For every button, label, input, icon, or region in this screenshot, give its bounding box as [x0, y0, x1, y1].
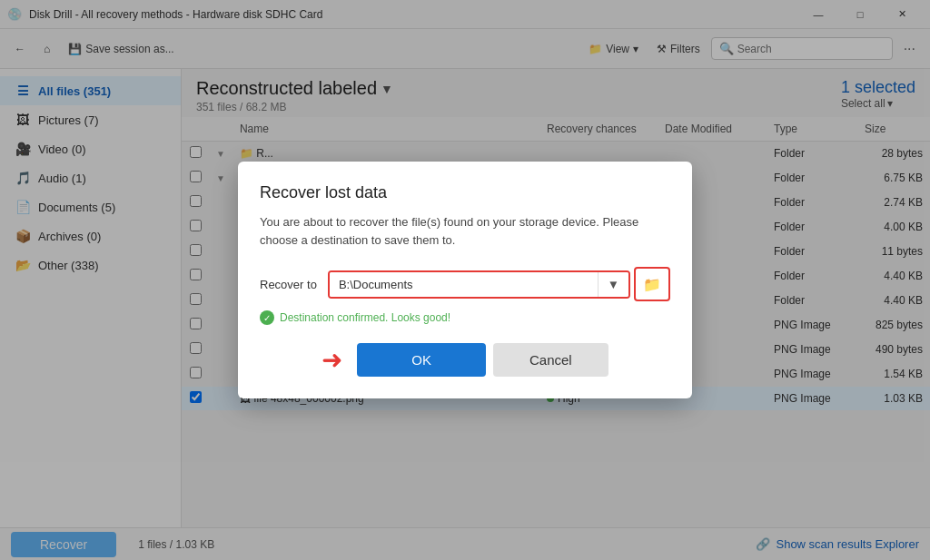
cancel-button[interactable]: Cancel — [493, 343, 608, 377]
ok-button[interactable]: OK — [357, 343, 486, 377]
checkmark-icon: ✓ — [260, 310, 274, 325]
folder-icon: 📁 — [643, 276, 661, 293]
recover-to-field: Recover to ▼ 📁 — [260, 267, 670, 301]
browse-folder-button[interactable]: 📁 — [634, 267, 670, 301]
recover-dialog: Recover lost data You are about to recov… — [238, 162, 692, 398]
dialog-title: Recover lost data — [260, 183, 670, 202]
destination-confirmation: ✓ Destination confirmed. Looks good! — [260, 310, 670, 325]
destination-dropdown-button[interactable]: ▼ — [598, 272, 628, 297]
dialog-description: You are about to recover the file(s) fou… — [260, 213, 670, 249]
dialog-actions: ➜ OK Cancel — [260, 343, 670, 377]
arrow-indicator-icon: ➜ — [322, 345, 342, 375]
destination-input[interactable] — [330, 272, 598, 297]
recover-to-label: Recover to — [260, 278, 317, 291]
destination-input-wrap: ▼ — [328, 270, 630, 299]
modal-overlay: Recover lost data You are about to recov… — [0, 0, 930, 560]
